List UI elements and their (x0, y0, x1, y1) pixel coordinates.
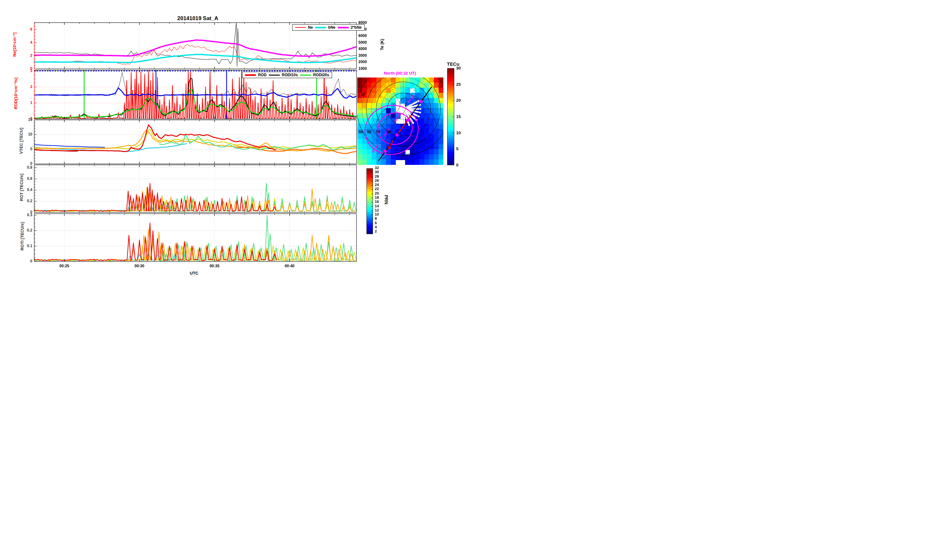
prn-tick-label: 10 (375, 212, 379, 216)
vtec-ytick: 5 (24, 147, 33, 151)
tecu-tick-label: 25 (456, 82, 461, 87)
legend-entry-label: RODI20s (313, 73, 329, 77)
tecu-tick-label: 0 (456, 163, 458, 167)
tecu-tick-label: 30 (456, 66, 461, 71)
legend-line-swatch (300, 75, 311, 76)
ne-ytick: 2 (24, 53, 33, 58)
polar-tec-map-canvas (357, 77, 443, 165)
figure-root: 20141019 Sat_A Ne[10⁵cm⁻³] Te (K) ROD[10… (0, 0, 463, 280)
ne-right-ytick: 1000 (359, 66, 367, 71)
legend-entry-label: bNe (328, 25, 336, 30)
tecu-tick-label: 15 (456, 114, 461, 119)
rod-legend: RODRODI10sRODI20s (242, 72, 332, 78)
prn-tick-label: 8 (375, 216, 377, 220)
xtick-label: 00:30 (132, 264, 147, 268)
legend-line-swatch (245, 74, 256, 76)
vtec-ytick: 15 (24, 117, 33, 122)
ne-ytick: 4 (24, 40, 33, 45)
tecu-colorbar-canvas (447, 68, 454, 165)
ne-right-ytick: 3000 (359, 53, 367, 58)
ne-right-ytick: 5000 (359, 40, 367, 45)
xtick-label: 00:40 (283, 264, 297, 268)
ne-right-ytick: 4000 (359, 47, 367, 51)
legend-line-swatch (269, 75, 280, 76)
map-grid-label: 70 (376, 130, 380, 134)
legend-entry-label: RODI10s (282, 73, 298, 77)
map-grid-label: 80 (387, 130, 391, 134)
roti-ytick: 0 (24, 259, 33, 263)
prn-tick-label: 4 (375, 225, 377, 229)
roti-ytick: 0.3 (24, 213, 33, 217)
ne-right-ytick: 2000 (359, 60, 367, 64)
ne-legend: NebNe2*bNe (292, 24, 365, 30)
prn-tick-label: 22 (375, 187, 379, 191)
map-grid-label: 50 (359, 130, 363, 134)
prn-tick-label: 6 (375, 221, 377, 225)
legend-line-swatch (295, 27, 306, 28)
prn-tick-label: 12 (375, 208, 379, 212)
prn-tick-label: 24 (375, 183, 379, 186)
rot-ytick: 0.8 (24, 165, 33, 170)
prn-tick-label: 16 (375, 200, 379, 203)
prn-tick-label: 30 (375, 170, 379, 174)
ne-ytick: 6 (24, 27, 33, 32)
prn-tick-label: 32 (375, 166, 379, 170)
rod-ytick: 3 (24, 68, 33, 73)
roti-ytick: 0.2 (24, 228, 33, 233)
rot-ytick: 0.2 (24, 199, 33, 203)
rod-ytick: 2 (24, 85, 33, 89)
prn-tick-label: 2 (375, 229, 377, 233)
ne-right-ytick: 6000 (359, 33, 367, 38)
roti-ytick: 0.1 (24, 244, 33, 248)
prn-tick-label: 20 (375, 191, 379, 195)
legend-entry-label: 2*bNe (351, 25, 362, 30)
rot-ytick: 0.6 (24, 176, 33, 181)
rot-ytick: 0.4 (24, 188, 33, 192)
prn-colorbar-canvas (366, 168, 373, 234)
legend-line-swatch (338, 27, 349, 29)
xtick-label: 00:25 (57, 264, 71, 268)
tecu-tick-label: 20 (456, 98, 461, 103)
prn-tick-label: 26 (375, 179, 379, 182)
legend-entry-label: Ne (308, 25, 313, 30)
vtec-ytick: 10 (24, 132, 33, 136)
tecu-tick-label: 10 (456, 130, 461, 135)
prn-tick-label: 14 (375, 204, 379, 208)
legend-line-swatch (315, 27, 326, 29)
xtick-label: 00:35 (208, 264, 222, 268)
rod-ytick: 1 (24, 100, 33, 105)
prn-tick-label: 28 (375, 174, 379, 178)
prn-tick-label: 18 (375, 195, 379, 199)
legend-entry-label: ROD (258, 73, 267, 77)
tecu-tick-label: 5 (456, 146, 458, 151)
map-grid-label: 60 (367, 130, 371, 134)
